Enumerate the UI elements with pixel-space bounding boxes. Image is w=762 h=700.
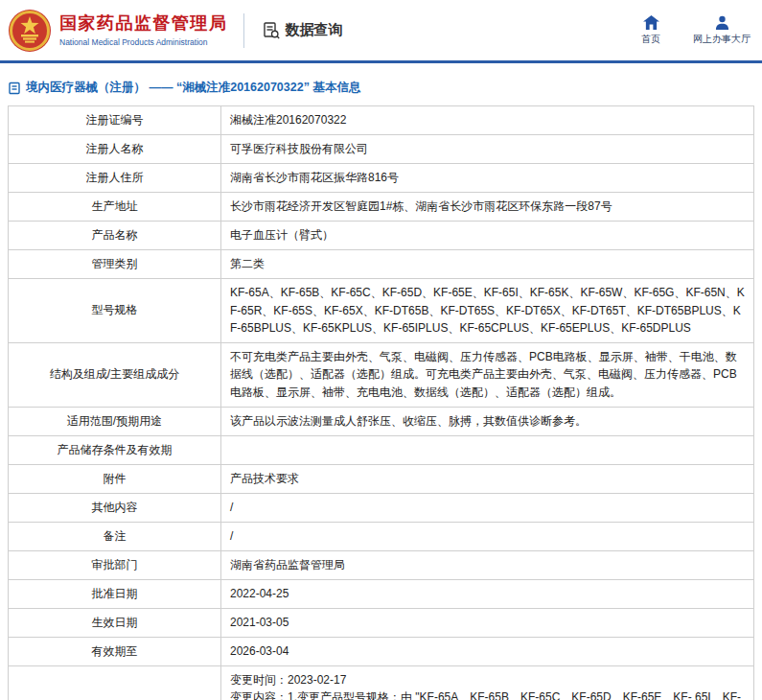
field-value: 电子血压计（臂式）: [221, 222, 754, 250]
agency-logo[interactable]: 国家药品监督管理局 National Medical Products Admi…: [8, 9, 228, 53]
field-label: 注册人住所: [9, 164, 221, 193]
field-label: 审批部门: [9, 550, 221, 579]
field-value: 2021-03-05: [221, 608, 754, 637]
field-value: [221, 435, 754, 464]
breadcrumb: 境内医疗器械（注册） —— “湘械注准20162070322” 基本信息: [8, 80, 754, 96]
field-value: 长沙市雨花经济开发区智庭园1#栋、湖南省长沙市雨花区环保东路一段87号: [221, 193, 754, 222]
table-row: 产品名称电子血压计（臂式）: [9, 222, 754, 250]
field-label: 适用范围/预期用途: [9, 407, 221, 435]
field-label: 批准日期: [9, 579, 221, 608]
field-label: 附件: [9, 464, 221, 493]
field-value: 第二类: [221, 250, 754, 279]
home-icon: [643, 15, 659, 30]
field-value: 变更时间：2023-02-17 变更内容：1.变更产品型号规格：由 "KF-65…: [221, 665, 754, 700]
table-row: 生产地址长沙市雨花经济开发区智庭园1#栋、湖南省长沙市雨花区环保东路一段87号: [9, 193, 754, 222]
table-row: 管理类别第二类: [9, 250, 754, 279]
field-label: 型号规格: [9, 279, 221, 343]
section-title-label: 数据查询: [286, 21, 343, 39]
field-label: 注册人名称: [9, 135, 221, 164]
field-value: 湖南省长沙市雨花区振华路816号: [221, 164, 754, 193]
document-icon: [8, 82, 21, 95]
field-label: 生产地址: [9, 193, 221, 222]
table-row: 变更情况变更时间：2023-02-17 变更内容：1.变更产品型号规格：由 "K…: [9, 665, 754, 700]
nav-home[interactable]: 首页: [641, 15, 660, 46]
field-label: 结构及组成/主要组成成分: [9, 342, 221, 407]
field-value: /: [221, 493, 754, 522]
field-value: 可孚医疗科技股份有限公司: [221, 135, 754, 164]
field-label: 备注: [9, 522, 221, 550]
field-value: 2026-03-04: [221, 637, 754, 665]
field-label: 变更情况: [9, 665, 221, 700]
header-divider: [243, 13, 244, 48]
field-value: /: [221, 522, 754, 550]
table-row: 其他内容/: [9, 493, 754, 522]
field-label: 产品储存条件及有效期: [9, 435, 221, 464]
table-row: 审批部门湖南省药品监督管理局: [9, 550, 754, 579]
table-row: 批准日期2022-04-25: [9, 579, 754, 608]
field-label: 生效日期: [9, 608, 221, 637]
table-row: 有效期至2026-03-04: [9, 637, 754, 665]
field-value: KF-65A、KF-65B、KF-65C、KF-65D、KF-65E、KF-65…: [221, 279, 754, 343]
nav-home-label: 首页: [641, 33, 660, 46]
field-value: 不可充电类产品主要由外壳、气泵、电磁阀、压力传感器、PCB电路板、显示屏、袖带、…: [221, 342, 754, 407]
info-table: 注册证编号湘械注准20162070322注册人名称可孚医疗科技股份有限公司注册人…: [8, 105, 754, 700]
table-row: 结构及组成/主要组成成分不可充电类产品主要由外壳、气泵、电磁阀、压力传感器、PC…: [9, 342, 754, 407]
nav-service-hall[interactable]: 网上办事大厅: [693, 15, 750, 46]
field-value: 湘械注准20162070322: [221, 106, 754, 135]
nav-service-hall-label: 网上办事大厅: [693, 33, 750, 46]
field-value: 2022-04-25: [221, 579, 754, 608]
table-row: 生效日期2021-03-05: [9, 608, 754, 637]
field-label: 注册证编号: [9, 106, 221, 135]
table-row: 型号规格KF-65A、KF-65B、KF-65C、KF-65D、KF-65E、K…: [9, 279, 754, 343]
table-row: 产品储存条件及有效期: [9, 435, 754, 464]
breadcrumb-text: 境内医疗器械（注册） —— “湘械注准20162070322” 基本信息: [26, 80, 360, 96]
field-label: 产品名称: [9, 222, 221, 250]
field-value: 该产品以示波法测量成人舒张压、收缩压、脉搏，其数值供诊断参考。: [221, 407, 754, 435]
table-row: 备注/: [9, 522, 754, 550]
table-row: 适用范围/预期用途该产品以示波法测量成人舒张压、收缩压、脉搏，其数值供诊断参考。: [9, 407, 754, 435]
agency-name-en: National Medical Products Administration: [59, 37, 228, 47]
table-row: 附件产品技术要求: [9, 464, 754, 493]
field-label: 其他内容: [9, 493, 221, 522]
field-value: 产品技术要求: [221, 464, 754, 493]
field-value: 湖南省药品监督管理局: [221, 550, 754, 579]
agency-name: 国家药品监督管理局: [59, 13, 228, 35]
info-table-body: 注册证编号湘械注准20162070322注册人名称可孚医疗科技股份有限公司注册人…: [9, 106, 754, 700]
table-row: 注册人住所湖南省长沙市雨花区振华路816号: [9, 164, 754, 193]
section-title: 数据查询: [262, 21, 343, 40]
table-row: 注册证编号湘械注准20162070322: [9, 106, 754, 135]
field-label: 管理类别: [9, 250, 221, 279]
table-row: 注册人名称可孚医疗科技股份有限公司: [9, 135, 754, 164]
field-label: 有效期至: [9, 637, 221, 665]
person-icon: [715, 15, 729, 30]
site-header: 国家药品监督管理局 National Medical Products Admi…: [0, 0, 762, 63]
national-emblem-icon: [8, 9, 52, 53]
data-query-icon: [262, 21, 281, 40]
